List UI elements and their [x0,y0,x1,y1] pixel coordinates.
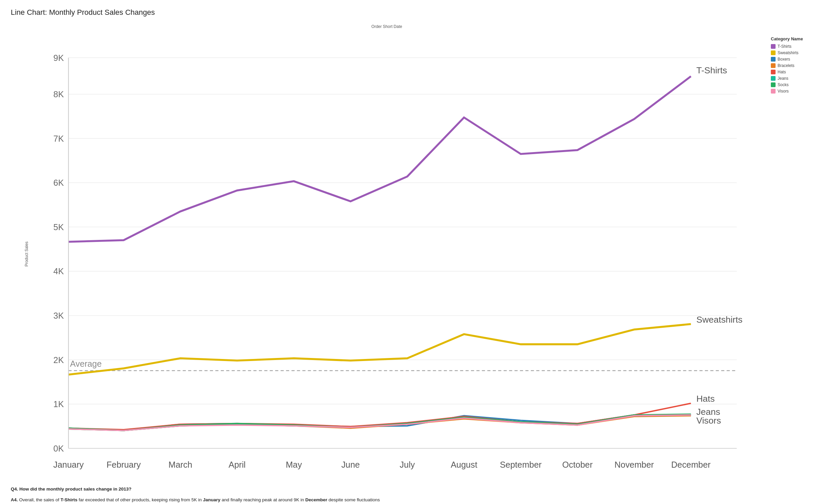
jeans-swatch [771,76,776,81]
svg-text:T-Shirts: T-Shirts [696,65,727,75]
legend-label-hats: Hats [778,70,786,74]
svg-text:6K: 6K [54,178,64,187]
legend-item-bracelets: Bracelets [771,63,811,68]
bracelets-swatch [771,63,776,68]
chart-main: Order Short Date Product Sales [11,23,763,479]
qa-section: Q4. How did the monthly product sales ch… [11,485,381,504]
svg-text:February: February [107,460,141,469]
svg-text:December: December [671,460,711,469]
legend-label-tshirts: T-Shirts [778,44,791,49]
legend-item-socks: Socks [771,82,811,87]
legend-label-bracelets: Bracelets [778,63,794,68]
svg-text:9K: 9K [54,53,64,63]
svg-text:October: October [562,460,593,469]
legend-item-hats: Hats [771,70,811,74]
svg-text:2K: 2K [54,355,64,365]
legend-item-jeans: Jeans [771,76,811,81]
boxers-swatch [771,57,776,62]
chart-title: Line Chart: Monthly Product Sales Change… [11,8,811,17]
legend-label-sweatshirts: Sweatshirts [778,50,798,55]
svg-text:April: April [229,460,246,469]
legend-item-sweatshirts: Sweatshirts [771,50,811,55]
svg-text:June: June [341,460,360,469]
tshirts-swatch [771,44,776,49]
legend: Category Name T-Shirts Sweatshirts Boxer… [771,23,811,479]
svg-text:Hats: Hats [696,394,715,404]
svg-text:May: May [286,460,302,469]
x-axis-label: Order Short Date [11,24,763,29]
svg-rect-0 [68,52,737,456]
visors-swatch [771,89,776,94]
svg-text:4K: 4K [54,266,64,276]
legend-label-visors: Visors [778,89,789,94]
answer-label: A4. [11,497,18,502]
answer: A4. Overall, the sales of T-Shirts far e… [11,496,381,504]
legend-label-boxers: Boxers [778,57,790,62]
sweatshirts-swatch [771,50,776,55]
y-axis-label: Product Sales [24,242,29,267]
svg-text:November: November [614,460,654,469]
legend-label-socks: Socks [778,82,789,87]
legend-title: Category Name [771,36,811,41]
legend-item-tshirts: T-Shirts [771,44,811,49]
legend-label-jeans: Jeans [778,76,788,81]
svg-text:5K: 5K [54,222,64,232]
svg-text:August: August [451,460,477,469]
svg-text:September: September [500,460,542,469]
question-label: Q4. How did the monthly product sales ch… [11,487,132,492]
svg-text:Sweatshirts: Sweatshirts [696,315,743,325]
legend-item-visors: Visors [771,89,811,94]
svg-text:March: March [169,460,193,469]
hats-swatch [771,70,776,74]
svg-text:7K: 7K [54,134,64,143]
svg-text:July: July [400,460,415,469]
chart-svg: 0K 1K 2K 3K 4K 5K 6K 7K 8K 9K Average Ja… [30,29,760,479]
svg-text:3K: 3K [54,311,64,320]
svg-text:Average: Average [70,359,102,368]
svg-text:8K: 8K [54,89,64,99]
chart-container: Order Short Date Product Sales [11,23,811,479]
question: Q4. How did the monthly product sales ch… [11,485,381,493]
legend-item-boxers: Boxers [771,57,811,62]
svg-text:Visors: Visors [696,416,721,426]
svg-text:January: January [53,460,84,469]
svg-text:0K: 0K [54,444,64,453]
svg-text:1K: 1K [54,399,64,409]
socks-swatch [771,82,776,87]
